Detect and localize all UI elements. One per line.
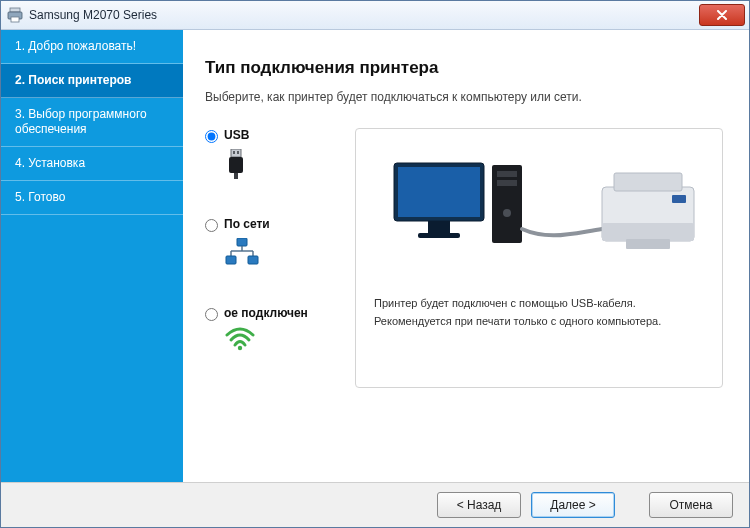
option-label: USB [224, 128, 249, 142]
svg-rect-28 [626, 239, 670, 249]
sidebar-item-label: 4. Установка [15, 156, 85, 170]
sidebar-item-search-printers[interactable]: 2. Поиск принтеров [1, 64, 183, 98]
usb-diagram [374, 143, 704, 273]
content-row: USB [205, 128, 723, 472]
sidebar-item-welcome[interactable]: 1. Добро пожаловать! [1, 30, 183, 64]
next-button[interactable]: Далее > [531, 492, 615, 518]
sidebar-item-software[interactable]: 3. Выбор программного обеспечения [1, 98, 183, 147]
svg-rect-6 [229, 157, 243, 173]
option-network[interactable]: По сети [205, 217, 355, 266]
svg-rect-8 [237, 238, 247, 246]
svg-rect-26 [602, 223, 694, 241]
footer: < Назад Далее > Отмена [1, 482, 749, 527]
svg-rect-22 [497, 180, 517, 186]
button-label: < Назад [457, 498, 502, 512]
option-wireless[interactable]: ое подключен [205, 306, 355, 355]
svg-rect-14 [248, 256, 258, 264]
svg-rect-19 [418, 233, 460, 238]
option-label: По сети [224, 217, 270, 231]
usb-icon [225, 149, 255, 177]
option-label: ое подключен [224, 306, 308, 320]
window-title: Samsung M2070 Series [29, 8, 157, 22]
main-panel: Тип подключения принтера Выберите, как п… [183, 30, 749, 482]
button-label: Отмена [669, 498, 712, 512]
radio-network[interactable] [205, 219, 218, 232]
close-button[interactable] [699, 4, 745, 26]
cancel-button[interactable]: Отмена [649, 492, 733, 518]
page-heading: Тип подключения принтера [205, 58, 723, 78]
sidebar-item-label: 3. Выбор программного обеспечения [15, 107, 147, 136]
illustration-panel: Принтер будет подключен с помощью USB-ка… [355, 128, 723, 388]
svg-rect-0 [10, 8, 20, 12]
sidebar-item-label: 5. Готово [15, 190, 65, 204]
svg-rect-27 [672, 195, 686, 203]
button-label: Далее > [550, 498, 596, 512]
sidebar-item-install[interactable]: 4. Установка [1, 147, 183, 181]
svg-rect-17 [398, 167, 480, 217]
illustration-line1: Принтер будет подключен с помощью USB-ка… [374, 297, 704, 309]
body: 1. Добро пожаловать! 2. Поиск принтеров … [1, 30, 749, 482]
installer-window: Samsung M2070 Series 1. Добро пожаловать… [0, 0, 750, 528]
svg-rect-7 [234, 173, 238, 179]
svg-rect-25 [614, 173, 682, 191]
wifi-icon [225, 327, 255, 355]
option-usb[interactable]: USB [205, 128, 355, 177]
svg-rect-4 [233, 151, 235, 154]
svg-rect-3 [231, 149, 241, 157]
network-icon [225, 238, 255, 266]
connection-options: USB [205, 128, 355, 395]
printer-app-icon [7, 7, 23, 23]
svg-point-23 [503, 209, 511, 217]
page-subheading: Выберите, как принтер будет подключаться… [205, 90, 723, 104]
svg-point-15 [238, 346, 242, 350]
sidebar: 1. Добро пожаловать! 2. Поиск принтеров … [1, 30, 183, 482]
svg-rect-13 [226, 256, 236, 264]
svg-rect-18 [428, 221, 450, 233]
sidebar-item-label: 2. Поиск принтеров [15, 73, 131, 87]
sidebar-item-label: 1. Добро пожаловать! [15, 39, 136, 53]
back-button[interactable]: < Назад [437, 492, 521, 518]
radio-usb[interactable] [205, 130, 218, 143]
close-icon [716, 10, 728, 20]
svg-rect-5 [237, 151, 239, 154]
sidebar-item-done[interactable]: 5. Готово [1, 181, 183, 215]
svg-rect-2 [11, 17, 19, 22]
illustration-line2: Рекомендуется при печати только с одного… [374, 315, 704, 327]
titlebar: Samsung M2070 Series [1, 1, 749, 30]
radio-wireless[interactable] [205, 308, 218, 321]
svg-rect-21 [497, 171, 517, 177]
